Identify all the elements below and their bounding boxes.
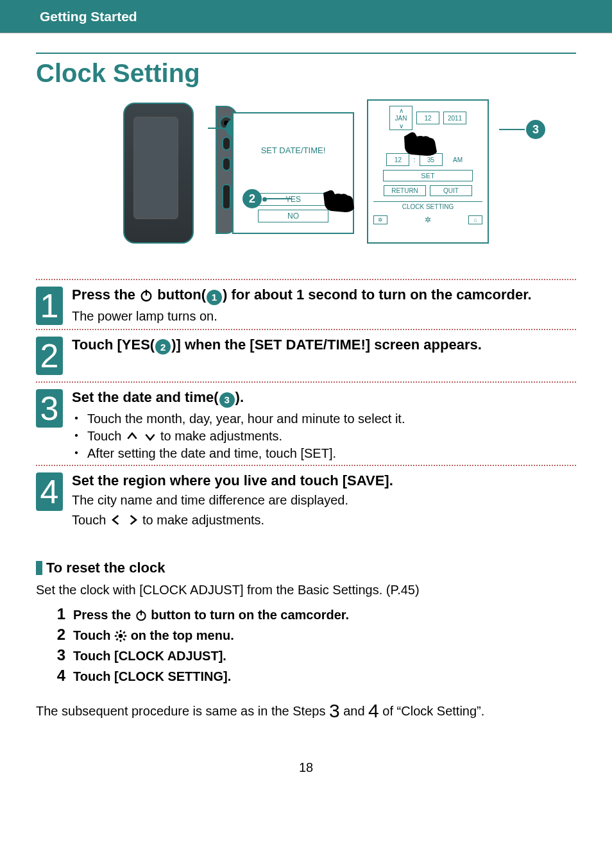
chevron-down-icon — [143, 430, 157, 443]
screen-clock-setting: ∧ JAN ∨ 12 2011 12 : 35 AM SET RETURN QU… — [367, 99, 489, 244]
step-2: 2 Touch [YES(2)] when the [SET DATE/TIME… — [36, 330, 576, 378]
step-number: 2 — [40, 339, 59, 372]
callout-label: 2 — [249, 192, 255, 206]
home-icon[interactable]: ⌂ — [468, 215, 482, 224]
reset-item: 1 Press the button to turn on the camcor… — [47, 605, 576, 623]
step-title: Press the button(1) for about 1 second t… — [72, 287, 576, 305]
reset-item: 4 Touch [CLOCK SETTING]. — [47, 667, 576, 685]
ref-1-icon: 1 — [207, 290, 222, 305]
power-icon — [139, 288, 153, 303]
gear-icon: ✲ — [425, 215, 431, 224]
chevron-left-icon — [110, 513, 123, 527]
ref-3-icon: 3 — [219, 392, 235, 408]
power-icon — [135, 609, 148, 622]
button-illustration — [222, 137, 231, 151]
callout-label: 3 — [532, 123, 539, 137]
no-label: NO — [287, 212, 299, 221]
pointing-hand-icon — [399, 128, 444, 160]
reset-intro: Set the clock with [CLOCK ADJUST] from t… — [36, 583, 576, 597]
quit-button[interactable]: QUIT — [430, 185, 472, 196]
step-body: The city name and time difference are di… — [72, 493, 576, 508]
callout-3: 3 — [526, 120, 545, 139]
step-title: Set the region where you live and touch … — [72, 472, 576, 489]
diagram-row: 1 SET DATE/TIME! YES NO 2 — [36, 99, 576, 253]
step-body: Touch to make adjustments. — [72, 513, 576, 528]
svg-point-4 — [119, 634, 123, 638]
reset-list: 1 Press the button to turn on the camcor… — [36, 605, 576, 685]
gear-icon[interactable]: ✲ — [373, 215, 387, 224]
step-number: 3 — [40, 392, 59, 425]
chevron-right-icon — [126, 513, 139, 527]
steps-list: 1 Press the button(1) for about 1 second… — [36, 279, 576, 528]
set-button[interactable]: SET — [383, 170, 473, 181]
accent-bar-icon — [36, 561, 42, 575]
day-spinner[interactable]: 12 — [416, 112, 439, 124]
reset-item: 3 Touch [CLOCK ADJUST]. — [47, 646, 576, 664]
screen-set-date-time: SET DATE/TIME! YES NO — [232, 112, 354, 234]
page-title: Clock Setting — [36, 59, 576, 88]
month-spinner[interactable]: ∧ JAN ∨ — [389, 106, 412, 130]
svg-line-10 — [123, 638, 125, 640]
svg-line-12 — [123, 632, 125, 634]
screen1-title: SET DATE/TIME! — [261, 146, 326, 155]
step-number: 4 — [40, 475, 59, 508]
camcorder-illustration — [123, 99, 219, 247]
button-illustration — [222, 157, 231, 171]
step-body: The power lamp turns on. — [72, 309, 576, 324]
gear-icon — [114, 630, 127, 642]
header-bar: Getting Started — [0, 0, 612, 33]
svg-line-11 — [116, 638, 118, 640]
year-spinner[interactable]: 2011 — [443, 112, 466, 124]
step-1: 1 Press the button(1) for about 1 second… — [36, 280, 576, 324]
page-number: 18 — [36, 760, 576, 775]
pointing-hand-icon — [318, 184, 357, 213]
slot-illustration — [222, 184, 231, 210]
bullet: After setting the date and time, touch [… — [74, 446, 576, 461]
header-title: Getting Started — [40, 9, 137, 24]
chevron-up-icon — [125, 430, 139, 443]
step-3: 3 Set the date and time(3). Touch the mo… — [36, 383, 576, 461]
bullet: Touch to make adjustments. — [74, 429, 576, 444]
callout-2: 2 — [242, 189, 262, 208]
return-button[interactable]: RETURN — [384, 185, 426, 196]
step-number: 1 — [40, 289, 59, 322]
step-title: Touch [YES(2)] when the [SET DATE/TIME!]… — [72, 337, 576, 355]
ampm-spinner[interactable]: AM — [446, 153, 470, 166]
step-title: Set the date and time(3). — [72, 389, 576, 408]
yes-label: YES — [285, 195, 301, 204]
clock-setting-label: CLOCK SETTING — [373, 201, 482, 210]
step-bullets: Touch the month, day, year, hour and min… — [72, 412, 576, 461]
step-4: 4 Set the region where you live and touc… — [36, 466, 576, 528]
svg-line-9 — [116, 632, 118, 634]
reset-section: To reset the clock Set the clock with [C… — [36, 560, 576, 722]
ref-2-icon: 2 — [155, 339, 171, 355]
reset-final-note: The subsequent procedure is same as in t… — [36, 700, 576, 722]
bullet: Touch the month, day, year, hour and min… — [74, 412, 576, 426]
rule-top — [36, 53, 576, 54]
reset-item: 2 Touch on the top menu. — [47, 626, 576, 644]
reset-title: To reset the clock — [46, 560, 165, 576]
